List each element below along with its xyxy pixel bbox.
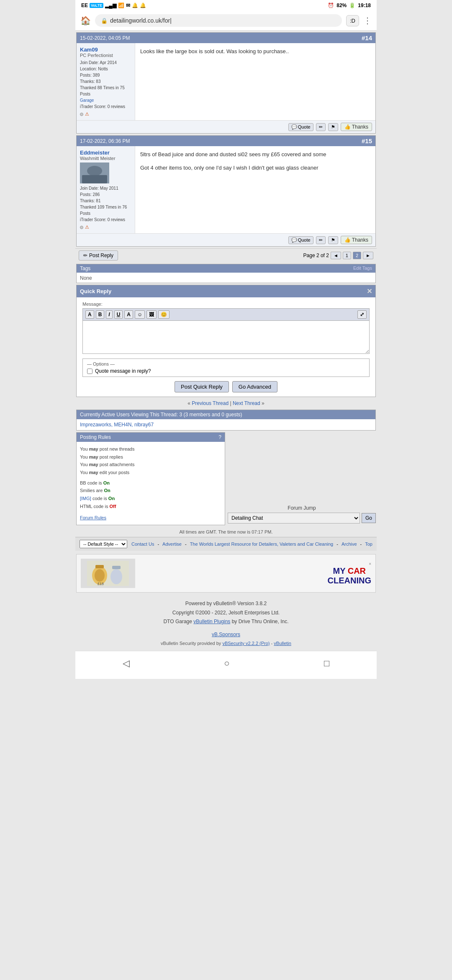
post-15-user-info: Eddmeister Washmitt Meister Join Date: M…	[77, 146, 135, 233]
color-btn[interactable]: A	[124, 310, 133, 319]
post-15-edit-btn[interactable]: ✏	[316, 236, 326, 244]
page-1-btn[interactable]: 1	[343, 252, 351, 259]
post-14-thanks-btn[interactable]: 👍 Thanks	[341, 123, 372, 131]
browser-bar: 🏠 🔒 detailingworld.co.uk/for| :D ⋮	[75, 11, 377, 31]
quote-option-label[interactable]: Quote message in reply?	[87, 368, 365, 374]
nav-bar: ◁ ○ □	[75, 651, 377, 679]
smiley-btn[interactable]: ☺	[135, 310, 145, 319]
forum-rules-link[interactable]: Forum Rules	[80, 515, 106, 520]
quick-reply-title: Quick Reply	[80, 288, 111, 294]
ad-close[interactable]: ×	[328, 562, 371, 566]
more-btn[interactable]: 😊	[158, 310, 170, 319]
carrier-label: EE	[81, 3, 88, 8]
post-14-username[interactable]: Kam09	[80, 46, 98, 53]
footer-time: All times are GMT. The time now is 07:17…	[75, 527, 377, 537]
alarm-icon: ⏰	[328, 3, 334, 8]
expand-btn[interactable]: ⤢	[357, 310, 367, 319]
contact-link[interactable]: Contact Us	[131, 542, 154, 547]
more-options-icon[interactable]: ⋮	[363, 15, 372, 26]
forum-jump-select[interactable]: Detailing Chat	[228, 513, 360, 524]
forum-jump-go-btn[interactable]: Go	[362, 513, 376, 523]
thread-nav-prev-sep: «	[187, 400, 190, 406]
bold-btn[interactable]: B	[96, 310, 105, 319]
quick-reply-body: Message: A B I U A ☺ 🖼 😊 ⤢ — Options — Q…	[77, 297, 375, 397]
top-link[interactable]: Top	[365, 542, 372, 547]
sponsors-link[interactable]: vB.Sponsors	[212, 632, 240, 637]
advertise-link[interactable]: Advertise	[162, 542, 182, 547]
next-thread-link[interactable]: Next Thread	[233, 400, 260, 406]
reply-icon: ✏	[83, 253, 87, 258]
quote-checkbox[interactable]	[87, 369, 92, 374]
archive-link[interactable]: Archive	[342, 542, 357, 547]
vbulletin-link[interactable]: vBulletin	[274, 641, 291, 646]
post-15-thanks-btn[interactable]: 👍 Thanks	[341, 236, 372, 244]
italic-btn[interactable]: I	[106, 310, 112, 319]
lock-icon: 🔒	[101, 18, 108, 24]
thanks-icon: 👍	[344, 124, 351, 130]
post-15-date: 17-02-2022, 06:36 PM	[80, 138, 130, 144]
offline-indicator	[80, 226, 83, 229]
svg-rect-2	[82, 175, 107, 183]
security-note: vBulletin Security provided by vBSecurit…	[75, 639, 377, 647]
go-advanced-button[interactable]: Go Advanced	[232, 381, 277, 392]
battery-icon: 🔋	[349, 3, 355, 8]
next-page-btn[interactable]: ►	[363, 252, 373, 259]
url-bar[interactable]: 🔒 detailingworld.co.uk/for|	[95, 14, 342, 27]
active-users-list[interactable]: Imprezaworks, MEH4N, nlbray67	[80, 422, 154, 428]
img-code-link[interactable]: [IMG]	[80, 496, 91, 501]
underline-btn[interactable]: U	[114, 310, 123, 319]
time-label: 19:18	[358, 3, 371, 8]
recents-button[interactable]: □	[316, 656, 338, 671]
post-14-garage-link[interactable]: Garage	[80, 98, 94, 103]
description-link[interactable]: The Worlds Largest Resource for Detailer…	[190, 542, 334, 547]
font-btn[interactable]: A	[85, 310, 94, 319]
previous-thread-link[interactable]: Previous Thread	[192, 400, 229, 406]
help-icon[interactable]: ?	[218, 434, 221, 440]
svg-rect-6	[95, 565, 104, 568]
tags-edit-link[interactable]: Edit Tags	[353, 266, 372, 271]
close-icon[interactable]: ✕	[367, 287, 372, 295]
vbsecurity-link[interactable]: vBSecurity v2.2.2 (Pro)	[222, 641, 270, 646]
prev-page-btn[interactable]: ◄	[331, 252, 341, 259]
vbulletin-plugins-link[interactable]: vBulletin Plugins	[193, 619, 230, 624]
post-15-content: 5ltrs of Bead juice and done and dusted …	[135, 146, 375, 233]
post-15-status: ⚠	[80, 224, 131, 230]
options-legend: — Options —	[87, 361, 365, 366]
svg-point-7	[110, 569, 122, 584]
style-select[interactable]: -- Default Style --	[80, 540, 127, 548]
main-content: 15-02-2022, 04:05 PM #14 Kam09 PC Perfec…	[75, 32, 377, 647]
post-15-report-btn[interactable]: ⚑	[328, 236, 338, 244]
home-icon[interactable]: 🏠	[80, 15, 91, 26]
post-14-report-btn[interactable]: ⚑	[328, 123, 338, 131]
svg-point-5	[95, 569, 105, 582]
quote-icon: 💬	[291, 237, 297, 243]
message-textarea[interactable]	[82, 320, 370, 354]
forum-jump-label: Forum Jump	[228, 505, 376, 511]
emoji-button[interactable]: :D	[346, 15, 359, 26]
post-quick-reply-button[interactable]: Post Quick Reply	[175, 381, 229, 392]
post-15-body: Eddmeister Washmitt Meister Join Date: M…	[77, 146, 375, 233]
options-box: — Options — Quote message in reply?	[82, 358, 370, 377]
post-14-quote-btn[interactable]: 💬 Quote	[288, 123, 313, 131]
footer-links: Contact Us - Advertise - The Worlds Larg…	[131, 542, 372, 547]
tags-label: Tags	[80, 266, 90, 271]
signal-icon: ▂▄▆	[105, 3, 116, 8]
ad-brand-text: MY CARCLEANING	[328, 566, 371, 585]
status-right: ⏰ 82% 🔋 19:18	[328, 3, 371, 8]
forum-jump-row: Detailing Chat Go	[228, 513, 376, 524]
post-15-username[interactable]: Eddmeister	[80, 150, 110, 156]
post-14-user-info: Kam09 PC Perfectionist Join Date: Apr 20…	[77, 43, 135, 120]
ad-banner[interactable]: £18 × MY CARCLEANING	[76, 554, 376, 593]
post-reply-button[interactable]: ✏ Post Reply	[79, 250, 118, 260]
post-14-edit-btn[interactable]: ✏	[316, 123, 326, 131]
active-users-header: Currently Active Users Viewing This Thre…	[77, 410, 375, 419]
page-2-btn[interactable]: 2	[353, 252, 361, 259]
pagination-label: Page 2 of 2	[303, 253, 329, 258]
svg-point-1	[87, 166, 102, 176]
home-button[interactable]: ○	[216, 656, 238, 671]
image-btn[interactable]: 🖼	[146, 310, 157, 319]
back-button[interactable]: ◁	[114, 656, 138, 671]
post-15-quote-btn[interactable]: 💬 Quote	[288, 236, 313, 244]
reply-buttons: Post Quick Reply Go Advanced	[82, 381, 370, 392]
thread-nav-next-sep: »	[262, 400, 265, 406]
